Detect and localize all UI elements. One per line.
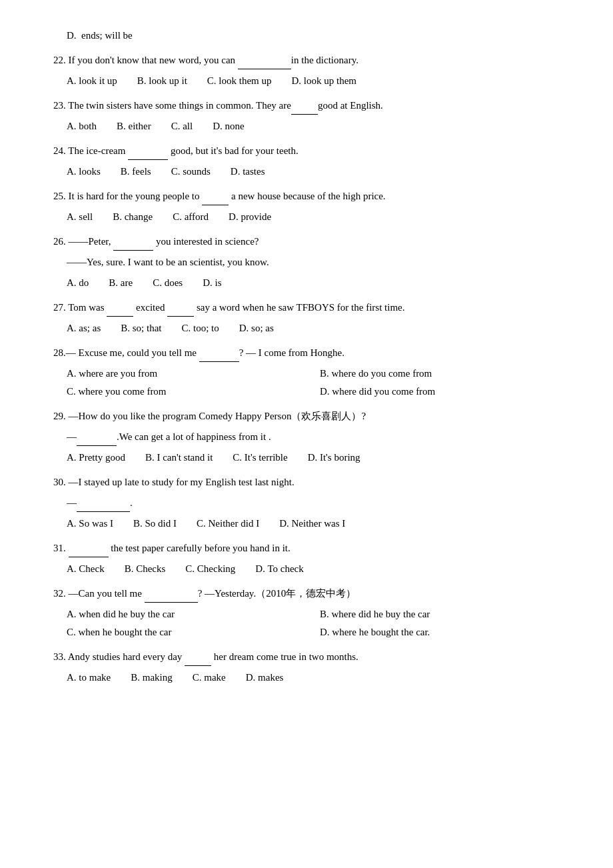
q29-subtext: —.We can get a lot of happiness from it … — [67, 428, 573, 446]
q32-optA: A. when did he buy the car — [67, 605, 320, 623]
q27-optC: C. too; to — [182, 319, 219, 337]
q31-optB: B. Checks — [125, 560, 166, 578]
question-30: 30. —I stayed up late to study for my En… — [53, 473, 573, 533]
question-26: 26. ——Peter, you interested in science? … — [53, 233, 573, 292]
q27-text: 27. Tom was excited say a word when he s… — [53, 299, 573, 317]
question-28: 28.— Excuse me, could you tell me ? — I … — [53, 344, 573, 401]
q23-text: 23. The twin sisters have some things in… — [53, 97, 573, 115]
q23-optD: D. none — [213, 117, 245, 135]
q22-optD: D. look up them — [292, 72, 357, 90]
q22-optA: A. look it up — [67, 72, 117, 90]
q28-options: A. where are you from B. where do you co… — [67, 365, 573, 401]
q30-subtext: —. — [67, 494, 573, 512]
q25-options: A. sell B. change C. afford D. provide — [67, 208, 573, 226]
q23-options: A. both B. either C. all D. none — [67, 117, 573, 135]
question-31: 31. the test paper carefully before you … — [53, 539, 573, 578]
question-27: 27. Tom was excited say a word when he s… — [53, 299, 573, 337]
q24-text: 24. The ice-cream good, but it's bad for… — [53, 142, 573, 160]
q29-options: A. Pretty good B. I can't stand it C. It… — [67, 449, 573, 467]
q26-subtext: ——Yes, sure. I want to be an scientist, … — [67, 253, 573, 271]
q23-optA: A. both — [67, 117, 97, 135]
q27-options: A. as; as B. so; that C. too; to D. so; … — [67, 319, 573, 337]
q24-optB: B. feels — [121, 163, 151, 181]
q29-optB: B. I can't stand it — [145, 449, 213, 467]
q33-optC: C. make — [193, 669, 226, 687]
q26-optA: A. do — [67, 274, 89, 292]
d-text: D. ends; will be — [67, 27, 573, 45]
q22-options: A. look it up B. look up it C. look them… — [67, 72, 573, 90]
q32-options: A. when did he buy the car B. where did … — [67, 605, 573, 641]
q25-optA: A. sell — [67, 208, 93, 226]
question-23: 23. The twin sisters have some things in… — [53, 97, 573, 135]
q24-optA: A. looks — [67, 163, 101, 181]
q32-optD: D. where he bought the car. — [320, 623, 573, 641]
d-item: D. ends; will be — [53, 27, 573, 45]
q33-text: 33. Andy studies hard every day her drea… — [53, 648, 573, 666]
q22-text: 22. If you don't know that new word, you… — [53, 51, 573, 69]
q27-optD: D. so; as — [239, 319, 274, 337]
q30-optD: D. Neither was I — [279, 515, 345, 533]
q30-optA: A. So was I — [67, 515, 113, 533]
q33-optD: D. makes — [246, 669, 284, 687]
q26-text: 26. ——Peter, you interested in science? — [53, 233, 573, 251]
q28-optC: C. where you come from — [67, 383, 320, 401]
q28-text: 28.— Excuse me, could you tell me ? — I … — [53, 344, 573, 362]
q31-optA: A. Check — [67, 560, 105, 578]
q31-text: 31. the test paper carefully before you … — [53, 539, 573, 557]
q31-options: A. Check B. Checks C. Checking D. To che… — [67, 560, 573, 578]
q32-optC: C. when he bought the car — [67, 623, 320, 641]
question-24: 24. The ice-cream good, but it's bad for… — [53, 142, 573, 181]
q25-optD: D. provide — [229, 208, 271, 226]
q25-text: 25. It is hard for the young people to a… — [53, 187, 573, 205]
q29-optA: A. Pretty good — [67, 449, 125, 467]
q30-optC: C. Neither did I — [197, 515, 259, 533]
q25-optC: C. afford — [173, 208, 209, 226]
q33-optA: A. to make — [67, 669, 111, 687]
q31-optD: D. To check — [255, 560, 303, 578]
q23-optC: C. all — [171, 117, 193, 135]
q22-optB: B. look up it — [137, 72, 187, 90]
q28-optD: D. where did you come from — [320, 383, 573, 401]
q26-optB: B. are — [109, 274, 133, 292]
q33-optB: B. making — [131, 669, 173, 687]
question-22: 22. If you don't know that new word, you… — [53, 51, 573, 90]
question-25: 25. It is hard for the young people to a… — [53, 187, 573, 226]
q28-optB: B. where do you come from — [320, 365, 573, 383]
q32-text: 32. —Can you tell me ? —Yesterday.（2010年… — [53, 585, 573, 603]
q27-optB: B. so; that — [121, 319, 161, 337]
q28-optA: A. where are you from — [67, 365, 320, 383]
q25-optB: B. change — [113, 208, 153, 226]
q26-optD: D. is — [203, 274, 221, 292]
q24-optD: D. tastes — [231, 163, 265, 181]
q26-options: A. do B. are C. does D. is — [67, 274, 573, 292]
q27-optA: A. as; as — [67, 319, 101, 337]
question-29: 29. —How do you like the program Comedy … — [53, 407, 573, 467]
q26-optC: C. does — [153, 274, 183, 292]
q22-optC: C. look them up — [207, 72, 272, 90]
q30-optB: B. So did I — [133, 515, 177, 533]
page-content: D. ends; will be 22. If you don't know t… — [53, 27, 573, 687]
q30-options: A. So was I B. So did I C. Neither did I… — [67, 515, 573, 533]
q24-options: A. looks B. feels C. sounds D. tastes — [67, 163, 573, 181]
q32-optB: B. where did he buy the car — [320, 605, 573, 623]
q29-optD: D. It's boring — [308, 449, 360, 467]
q33-options: A. to make B. making C. make D. makes — [67, 669, 573, 687]
q24-optC: C. sounds — [171, 163, 211, 181]
q29-optC: C. It's terrible — [233, 449, 287, 467]
q31-optC: C. Checking — [185, 560, 235, 578]
q29-text: 29. —How do you like the program Comedy … — [53, 407, 573, 425]
question-32: 32. —Can you tell me ? —Yesterday.（2010年… — [53, 585, 573, 641]
q30-text: 30. —I stayed up late to study for my En… — [53, 473, 573, 491]
question-33: 33. Andy studies hard every day her drea… — [53, 648, 573, 687]
q23-optB: B. either — [117, 117, 151, 135]
